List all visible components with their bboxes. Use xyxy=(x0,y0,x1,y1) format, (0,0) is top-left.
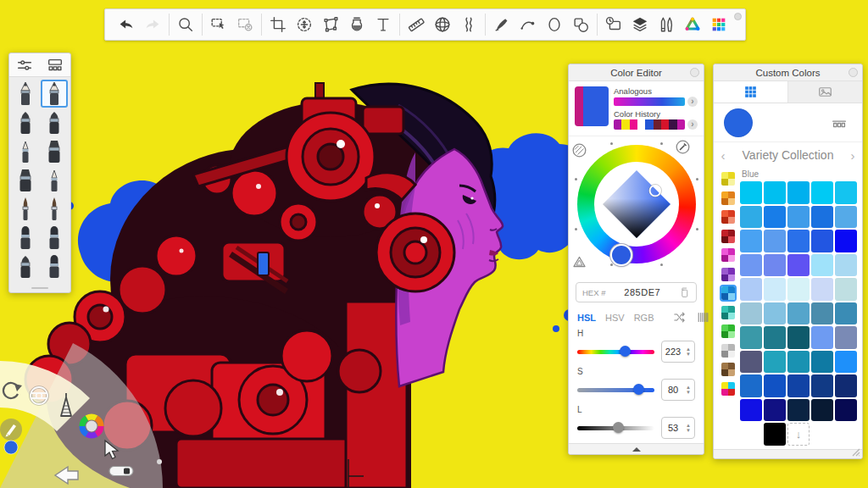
resize-grip[interactable] xyxy=(852,448,860,457)
color-swatch[interactable] xyxy=(835,278,857,301)
layers-icon[interactable] xyxy=(627,12,653,37)
color-swatch[interactable] xyxy=(787,230,810,252)
history-swatch[interactable] xyxy=(645,119,653,130)
color-swatch[interactable] xyxy=(787,326,810,349)
color-swatch[interactable] xyxy=(835,399,857,422)
color-swatch-black[interactable] xyxy=(764,423,786,446)
collection-pink[interactable] xyxy=(721,248,735,262)
brush-palette-drag-handle[interactable] xyxy=(9,284,70,292)
crop-icon[interactable] xyxy=(265,12,291,37)
spin-down-icon[interactable]: ▼ xyxy=(686,390,691,395)
shape-toggle-icon[interactable] xyxy=(572,255,587,269)
color-swatch[interactable] xyxy=(764,230,786,252)
color-swatch[interactable] xyxy=(787,278,810,301)
spin-down-icon[interactable]: ▼ xyxy=(686,428,691,433)
brush-texture-brush[interactable] xyxy=(41,252,69,280)
panel-menu-button[interactable] xyxy=(690,68,699,77)
collection-green[interactable] xyxy=(721,324,735,338)
color-swatch[interactable] xyxy=(811,374,833,397)
hex-field[interactable]: HEX # 285DE7 xyxy=(576,282,697,302)
s-slider-thumb[interactable] xyxy=(633,384,644,395)
color-swatch[interactable] xyxy=(811,302,833,325)
h-value-spinner[interactable]: 223 ▲▼ xyxy=(661,341,695,363)
color-swatch[interactable] xyxy=(811,399,833,422)
eyedropper-icon[interactable] xyxy=(676,140,690,154)
marker-set-icon[interactable] xyxy=(826,110,852,136)
opacity-slider-icon[interactable] xyxy=(109,467,133,476)
brush-smear-brush[interactable] xyxy=(12,252,40,280)
history-swatch[interactable] xyxy=(630,119,637,130)
brush-bristle-brush[interactable] xyxy=(41,224,69,252)
color-swatch[interactable] xyxy=(764,302,786,325)
history-swatch[interactable] xyxy=(661,119,669,130)
brush-pencil-small[interactable] xyxy=(12,137,40,165)
color-swatch[interactable] xyxy=(764,278,786,301)
pencil-mode-icon[interactable] xyxy=(0,419,22,441)
next-collection-button[interactable]: › xyxy=(843,148,862,163)
color-swatch[interactable] xyxy=(835,230,857,252)
color-swatch[interactable] xyxy=(740,206,762,229)
l-value-spinner[interactable]: 53 ▲▼ xyxy=(661,417,695,439)
randomize-icon[interactable] xyxy=(672,310,687,324)
prev-collection-button[interactable]: ‹ xyxy=(714,148,732,163)
collapse-panel-button[interactable] xyxy=(569,443,704,454)
transparent-color-icon[interactable] xyxy=(572,143,587,158)
analogous-expand-button[interactable]: › xyxy=(687,97,698,107)
history-swatch[interactable] xyxy=(614,119,621,130)
history-swatch[interactable] xyxy=(637,119,645,130)
color-editor-icon[interactable] xyxy=(680,12,705,37)
perspective-icon[interactable] xyxy=(430,12,455,37)
color-swatch[interactable] xyxy=(764,326,786,349)
color-swatch[interactable] xyxy=(740,254,762,277)
undo-icon[interactable] xyxy=(114,12,139,37)
brush-settings-icon[interactable] xyxy=(14,55,36,75)
color-swatch[interactable] xyxy=(835,351,857,374)
saturation-diamond[interactable] xyxy=(588,156,685,252)
spin-down-icon[interactable]: ▼ xyxy=(686,352,691,357)
brush-pencil-hard[interactable] xyxy=(12,80,40,108)
collection-brown[interactable] xyxy=(721,363,735,376)
color-swatch[interactable] xyxy=(740,278,762,301)
color-swatch[interactable] xyxy=(835,206,857,229)
transform-icon[interactable] xyxy=(292,12,317,37)
color-wheel-icon[interactable] xyxy=(82,417,101,435)
fill-icon[interactable] xyxy=(344,12,370,37)
color-swatch[interactable] xyxy=(740,399,762,422)
color-swatch[interactable] xyxy=(764,374,786,397)
predictive-stroke-icon[interactable] xyxy=(515,12,541,37)
color-swatch[interactable] xyxy=(811,351,833,374)
collection-teal[interactable] xyxy=(721,306,735,319)
brush-pencil-soft[interactable] xyxy=(41,80,69,108)
l-slider-thumb[interactable] xyxy=(613,422,624,433)
color-swatch[interactable] xyxy=(835,181,857,204)
ellipse-icon[interactable] xyxy=(542,12,567,37)
copy-hex-icon[interactable] xyxy=(679,286,690,299)
color-swatch[interactable] xyxy=(835,374,857,397)
s-value-spinner[interactable]: 80 ▲▼ xyxy=(661,379,695,401)
stroke-icon[interactable] xyxy=(489,12,515,37)
color-swatch[interactable] xyxy=(811,181,833,204)
brush-paint-brush[interactable] xyxy=(12,195,40,223)
brushes-icon[interactable] xyxy=(654,12,679,37)
color-swatch[interactable] xyxy=(740,181,762,204)
current-color-circle[interactable] xyxy=(724,108,753,137)
tab-hsl[interactable]: HSL xyxy=(577,313,596,323)
tab-hsv[interactable]: HSV xyxy=(605,313,625,323)
color-swatch[interactable] xyxy=(740,374,762,397)
brush-technical-pen[interactable] xyxy=(41,166,69,194)
color-swatch[interactable] xyxy=(811,254,833,277)
collection-purple[interactable] xyxy=(721,268,735,281)
zoom-icon[interactable] xyxy=(173,12,198,37)
hue-selector[interactable] xyxy=(610,244,632,266)
collection-dark-red[interactable] xyxy=(721,230,735,243)
panel-menu-button[interactable] xyxy=(849,68,858,77)
collection-yellow[interactable] xyxy=(721,172,735,186)
s-slider-track[interactable] xyxy=(577,388,654,392)
toolbar-handle[interactable] xyxy=(734,13,742,20)
color-swatch[interactable] xyxy=(787,302,810,325)
tab-rgb[interactable]: RGB xyxy=(634,313,654,323)
tab-grid-tab-icon[interactable] xyxy=(714,81,787,103)
symmetry-icon[interactable] xyxy=(456,12,481,37)
brush-ink-brush[interactable] xyxy=(41,195,69,223)
brush-library-icon[interactable] xyxy=(44,55,66,75)
